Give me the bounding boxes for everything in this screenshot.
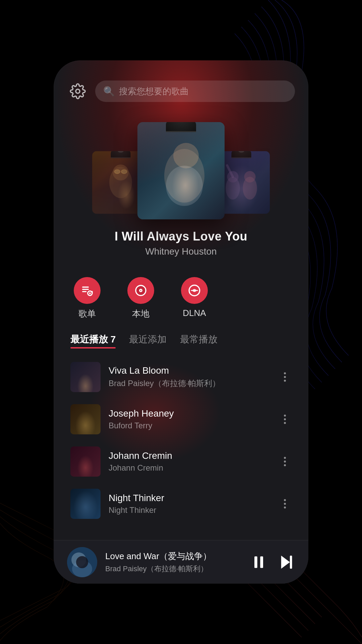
svg-rect-31 (290, 555, 292, 569)
svg-point-7 (173, 143, 199, 168)
song-list: Viva La Bloom Brad Paisley（布拉德·帕斯利） Jose… (54, 353, 308, 540)
vinyl-hat-right (231, 151, 251, 158)
featured-song-title: I Will Always Love You (115, 229, 247, 244)
pause-button[interactable] (250, 553, 267, 571)
song-title-3: Johann Cremin (109, 450, 270, 461)
person-silhouette-center (137, 122, 225, 219)
search-icon: 🔍 (103, 86, 115, 97)
local-icon-circle (127, 277, 154, 304)
vinyl-hat-center (166, 122, 196, 132)
nav-playlist[interactable]: 歌单 (74, 277, 101, 320)
tab-recent[interactable]: 最近播放 7 (70, 333, 116, 346)
song-title-4: Night Thinker (109, 493, 270, 503)
song-thumb-1 (70, 362, 101, 392)
svg-point-12 (244, 171, 256, 182)
dlna-label: DLNA (183, 308, 206, 318)
svg-point-5 (121, 170, 127, 174)
svg-point-18 (89, 292, 91, 294)
carousel-track (54, 122, 308, 219)
now-playing-thumb-img (67, 547, 97, 577)
now-playing-bar[interactable]: Love and War（爱与战争） Brad Paisley（布拉德·帕斯利） (54, 540, 308, 584)
svg-rect-14 (82, 286, 89, 287)
song-title-2: Joseph Heaney (109, 408, 270, 419)
pause-icon (250, 553, 267, 571)
tab-recent-label: 最近播放 7 (70, 334, 116, 344)
song-row-4[interactable]: Night Thinker Night Thinker (54, 483, 308, 525)
song-artist-3: Johann Cremin (109, 463, 270, 473)
svg-point-11 (243, 177, 257, 200)
svg-rect-15 (82, 289, 89, 290)
settings-button[interactable] (67, 80, 88, 102)
nav-dlna[interactable]: DLNA (181, 277, 208, 320)
svg-point-4 (114, 170, 120, 174)
svg-point-2 (109, 167, 132, 198)
tabs-row: 最近播放 7 最近添加 最常播放 (54, 330, 308, 353)
song-row-1[interactable]: Viva La Bloom Brad Paisley（布拉德·帕斯利） (54, 356, 308, 398)
nav-icons-row: 歌单 本地 (54, 267, 308, 330)
song-artist-2: Buford Terry (109, 421, 270, 430)
featured-song-artist: Whitney Houston (115, 246, 247, 257)
tab-frequent[interactable]: 最常播放 (180, 333, 218, 346)
tab-added[interactable]: 最近添加 (129, 333, 167, 346)
svg-rect-29 (260, 556, 263, 568)
song-thumb-3 (70, 446, 101, 477)
phone-shell: 🔍 搜索您想要的歌曲 (54, 60, 308, 584)
svg-line-13 (227, 165, 233, 177)
phone-content: 🔍 搜索您想要的歌曲 (54, 60, 308, 584)
svg-point-10 (227, 171, 239, 182)
album-card-center[interactable] (137, 122, 225, 219)
more-button-1[interactable] (278, 372, 292, 382)
song-title-1: Viva La Bloom (109, 365, 270, 376)
svg-point-8 (166, 166, 203, 206)
skip-next-icon (278, 553, 295, 571)
search-bar[interactable]: 🔍 搜索您想要的歌曲 (95, 80, 295, 102)
song-row-2[interactable]: Joseph Heaney Buford Terry (54, 398, 308, 440)
dlna-icon-circle (181, 277, 208, 304)
song-thumb-2 (70, 404, 101, 434)
now-playing-info: Love and War（爱与战争） Brad Paisley（布拉德·帕斯利） (105, 550, 242, 574)
song-artist-1: Brad Paisley（布拉德·帕斯利） (109, 378, 270, 389)
more-button-2[interactable] (278, 415, 292, 424)
more-button-3[interactable] (278, 457, 292, 466)
dlna-icon (187, 283, 201, 298)
local-label: 本地 (132, 308, 149, 320)
gear-icon (70, 83, 86, 99)
header: 🔍 搜索您想要的歌曲 (54, 60, 308, 109)
svg-point-9 (226, 177, 240, 200)
local-icon (134, 284, 147, 297)
svg-point-22 (140, 290, 141, 291)
song-artist-4: Night Thinker (109, 505, 270, 515)
vinyl-hat-left (111, 151, 131, 158)
more-button-4[interactable] (278, 499, 292, 508)
playback-controls (250, 553, 295, 571)
song-info-4: Night Thinker Night Thinker (109, 493, 270, 515)
skip-next-button[interactable] (278, 553, 295, 571)
featured-song-info: I Will Always Love You Whitney Houston (101, 219, 261, 260)
song-row-3[interactable]: Johann Cremin Johann Cremin (54, 440, 308, 483)
playlist-label: 歌单 (78, 308, 96, 320)
now-playing-thumb (67, 547, 97, 577)
playlist-icon (80, 284, 94, 297)
svg-point-3 (113, 164, 129, 180)
now-playing-artist: Brad Paisley（布拉德·帕斯利） (105, 564, 242, 574)
song-info-2: Joseph Heaney Buford Terry (109, 408, 270, 430)
song-info-1: Viva La Bloom Brad Paisley（布拉德·帕斯利） (109, 365, 270, 389)
svg-rect-28 (254, 556, 257, 568)
album-carousel: I Will Always Love You Whitney Houston (54, 109, 308, 267)
now-playing-title: Love and War（爱与战争） (105, 550, 242, 562)
svg-rect-16 (82, 291, 86, 292)
svg-point-6 (164, 149, 204, 203)
song-thumb-4 (70, 489, 101, 519)
svg-marker-30 (281, 555, 290, 569)
svg-point-1 (76, 89, 80, 93)
playlist-icon-circle (74, 277, 101, 304)
song-info-3: Johann Cremin Johann Cremin (109, 450, 270, 473)
search-placeholder-text: 搜索您想要的歌曲 (119, 86, 189, 97)
svg-point-27 (72, 560, 92, 577)
nav-local[interactable]: 本地 (127, 277, 154, 320)
